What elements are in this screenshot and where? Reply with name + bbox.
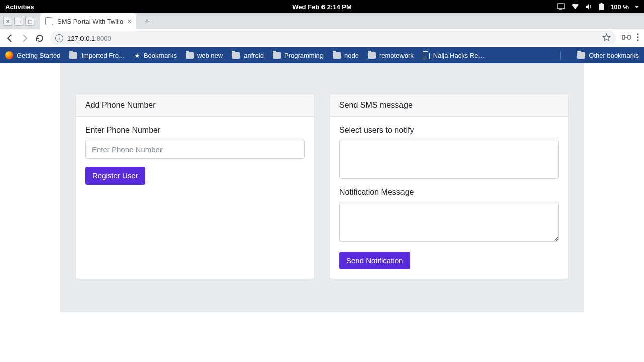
notification-message-input[interactable] bbox=[339, 202, 559, 242]
screen-icon bbox=[557, 3, 565, 10]
bookmark-imported-from[interactable]: Imported Fro… bbox=[69, 52, 125, 59]
clock: Wed Feb 6 2:14 PM bbox=[292, 3, 352, 11]
page-icon bbox=[423, 51, 430, 59]
bookmark-getting-started[interactable]: Getting Started bbox=[5, 51, 60, 59]
select-users-label: Select users to notify bbox=[339, 126, 559, 135]
svg-rect-0 bbox=[557, 4, 565, 9]
folder-icon bbox=[368, 52, 376, 59]
svg-rect-2 bbox=[599, 4, 604, 10]
bookmark-bookmarks[interactable]: ★Bookmarks bbox=[134, 52, 177, 59]
page-viewport: Add Phone Number Enter Phone Number Regi… bbox=[0, 63, 644, 362]
reload-button[interactable] bbox=[35, 34, 44, 43]
phone-label: Enter Phone Number bbox=[85, 126, 305, 135]
folder-icon bbox=[577, 52, 585, 59]
new-tab-button[interactable]: + bbox=[140, 15, 153, 28]
menu-icon[interactable] bbox=[637, 33, 639, 43]
svg-rect-4 bbox=[622, 35, 625, 39]
bookmarks-bar: Getting Started Imported Fro… ★Bookmarks… bbox=[0, 47, 644, 63]
add-phone-card: Add Phone Number Enter Phone Number Regi… bbox=[75, 94, 314, 279]
notification-message-label: Notification Message bbox=[339, 188, 559, 197]
bookmark-node[interactable]: node bbox=[333, 52, 359, 59]
send-sms-title: Send SMS message bbox=[330, 94, 568, 117]
gnome-top-bar: Activities Wed Feb 6 2:14 PM 100 % bbox=[0, 0, 644, 13]
tab-close-icon[interactable]: × bbox=[127, 17, 131, 25]
battery-icon bbox=[599, 3, 604, 11]
page-container: Add Phone Number Enter Phone Number Regi… bbox=[60, 63, 584, 312]
register-user-button[interactable]: Register User bbox=[85, 167, 145, 185]
folder-icon bbox=[333, 52, 341, 59]
window-minimize-button[interactable]: — bbox=[14, 17, 23, 26]
bookmarks-separator bbox=[560, 51, 561, 60]
folder-icon bbox=[69, 52, 77, 59]
add-phone-title: Add Phone Number bbox=[76, 94, 314, 117]
dropdown-icon bbox=[635, 6, 639, 8]
folder-icon bbox=[186, 52, 194, 59]
folder-icon bbox=[232, 52, 240, 59]
activities-button[interactable]: Activities bbox=[5, 3, 34, 11]
browser-tab[interactable]: SMS Portal With Twillo × bbox=[40, 13, 136, 29]
window-close-button[interactable]: ✕ bbox=[3, 17, 12, 26]
folder-icon bbox=[273, 52, 281, 59]
volume-icon bbox=[585, 3, 593, 10]
tab-title: SMS Portal With Twillo bbox=[57, 18, 123, 25]
bookmark-naija-hacks[interactable]: Naija Hacks Re… bbox=[423, 51, 485, 59]
back-button[interactable] bbox=[5, 34, 14, 43]
chrome-toolbar: i 127.0.0.1:8000 bbox=[0, 29, 644, 47]
bookmark-star-icon[interactable] bbox=[602, 33, 611, 43]
bookmark-other[interactable]: Other bookmarks bbox=[577, 52, 639, 59]
info-icon[interactable]: i bbox=[55, 34, 63, 42]
send-notification-button[interactable]: Send Notification bbox=[339, 252, 410, 269]
extensions-icon[interactable] bbox=[622, 33, 631, 43]
svg-point-8 bbox=[637, 36, 638, 38]
firefox-icon bbox=[5, 51, 13, 59]
forward-button[interactable] bbox=[20, 34, 29, 43]
select-users-input[interactable] bbox=[339, 140, 559, 179]
battery-label: 100 % bbox=[610, 3, 629, 11]
window-maximize-button[interactable]: ▢ bbox=[25, 17, 34, 26]
svg-rect-5 bbox=[628, 35, 630, 39]
svg-rect-3 bbox=[601, 3, 603, 4]
wifi-icon bbox=[571, 4, 579, 10]
send-sms-card: Send SMS message Select users to notify … bbox=[330, 94, 569, 279]
page-icon bbox=[45, 17, 53, 25]
bookmark-programming[interactable]: Programming bbox=[273, 52, 324, 59]
bookmark-remotework[interactable]: remotework bbox=[368, 52, 414, 59]
address-bar[interactable]: i 127.0.0.1:8000 bbox=[50, 31, 616, 45]
system-tray[interactable]: 100 % bbox=[557, 3, 639, 11]
main-row: Add Phone Number Enter Phone Number Regi… bbox=[75, 94, 569, 279]
url-text: 127.0.0.1:8000 bbox=[67, 35, 111, 42]
bookmark-anfroid[interactable]: anfroid bbox=[232, 52, 264, 59]
phone-input[interactable] bbox=[85, 140, 305, 159]
svg-point-7 bbox=[637, 33, 638, 35]
star-icon: ★ bbox=[134, 52, 140, 59]
svg-point-9 bbox=[637, 39, 638, 41]
chrome-tab-strip: ✕ — ▢ SMS Portal With Twillo × + bbox=[0, 13, 644, 29]
bookmark-web-new[interactable]: web new bbox=[186, 52, 223, 59]
